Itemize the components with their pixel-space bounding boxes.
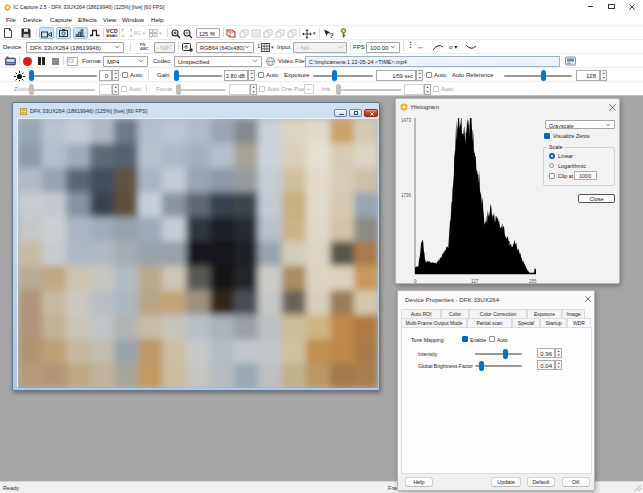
svg-text:?: ? [329, 30, 334, 39]
svg-text:VCD: VCD [106, 28, 118, 34]
